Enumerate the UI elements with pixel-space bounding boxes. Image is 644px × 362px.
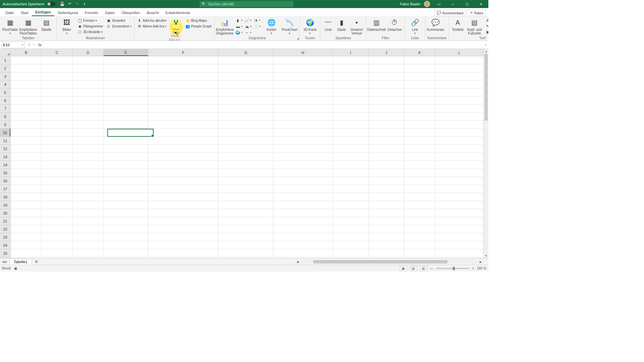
- cell-L19[interactable]: [435, 201, 484, 209]
- share-button[interactable]: ↗ Teilen: [467, 10, 486, 16]
- cell-B24[interactable]: [11, 241, 42, 249]
- cell-E18[interactable]: [104, 193, 148, 201]
- scroll-down-icon[interactable]: ▼: [484, 253, 488, 258]
- cell-B7[interactable]: [11, 105, 42, 113]
- cell-C23[interactable]: [42, 233, 72, 241]
- cell-F3[interactable]: [148, 72, 219, 80]
- cell-H19[interactable]: [273, 201, 333, 209]
- get-addins-button[interactable]: ⬇Add-Ins abrufen: [137, 18, 167, 23]
- cell-H22[interactable]: [273, 225, 333, 233]
- chart-scatter-button[interactable]: ⋮▾: [253, 24, 261, 29]
- cell-K8[interactable]: [404, 113, 435, 121]
- cell-H21[interactable]: [273, 217, 333, 225]
- pictures-button[interactable]: 🖼Bilder▾: [59, 17, 75, 36]
- cell-K5[interactable]: [404, 88, 435, 97]
- cell-G8[interactable]: [218, 113, 273, 121]
- column-header-D[interactable]: D: [73, 49, 104, 56]
- cell-J9[interactable]: [369, 121, 405, 129]
- cell-G4[interactable]: [218, 80, 273, 88]
- cell-H18[interactable]: [273, 193, 333, 201]
- row-header-16[interactable]: 16: [0, 177, 10, 185]
- cell-B25[interactable]: [11, 249, 42, 257]
- pivotchart-button[interactable]: 📉PivotChart▾: [281, 17, 298, 36]
- cell-B11[interactable]: [11, 137, 42, 145]
- cell-B8[interactable]: [11, 113, 42, 121]
- cell-J17[interactable]: [369, 185, 405, 193]
- cell-E1[interactable]: [104, 56, 148, 64]
- undo-icon[interactable]: ↶: [67, 2, 72, 6]
- view-pagelayout-button[interactable]: ▤: [410, 266, 417, 271]
- cell-J6[interactable]: [369, 97, 405, 105]
- row-header-13[interactable]: 13: [0, 153, 10, 161]
- cell-K21[interactable]: [404, 217, 435, 225]
- cell-B3[interactable]: [11, 72, 42, 80]
- cell-D9[interactable]: [73, 121, 104, 129]
- cell-I16[interactable]: [333, 177, 369, 185]
- cell-G23[interactable]: [218, 233, 273, 241]
- cell-K18[interactable]: [404, 193, 435, 201]
- cell-I17[interactable]: [333, 185, 369, 193]
- sheet-tab-1[interactable]: Tabelle1: [9, 259, 32, 264]
- cell-C3[interactable]: [42, 72, 72, 80]
- cell-E24[interactable]: [104, 241, 148, 249]
- cell-E21[interactable]: [104, 217, 148, 225]
- cell-B14[interactable]: [11, 161, 42, 169]
- cell-F11[interactable]: [148, 137, 219, 145]
- cell-E4[interactable]: [104, 80, 148, 88]
- column-header-F[interactable]: F: [148, 49, 219, 56]
- cell-K13[interactable]: [404, 153, 435, 161]
- cell-K20[interactable]: [404, 209, 435, 217]
- cell-I19[interactable]: [333, 201, 369, 209]
- cell-K15[interactable]: [404, 169, 435, 177]
- cell-K3[interactable]: [404, 72, 435, 80]
- cell-H13[interactable]: [273, 153, 333, 161]
- cell-H5[interactable]: [273, 88, 333, 97]
- tab-ueberpruefen[interactable]: Überprüfen: [118, 9, 143, 16]
- cell-L22[interactable]: [435, 225, 484, 233]
- cell-C22[interactable]: [42, 225, 72, 233]
- maps-button[interactable]: 🌐Karten▾: [263, 17, 279, 36]
- cell-K6[interactable]: [404, 97, 435, 105]
- cell-J16[interactable]: [369, 177, 405, 185]
- cell-I9[interactable]: [333, 121, 369, 129]
- sparkline-winloss-button[interactable]: ▪Gewinn/ Verlust: [349, 17, 364, 36]
- chart-line-button[interactable]: 📈▾: [244, 18, 252, 23]
- cell-D22[interactable]: [73, 225, 104, 233]
- cell-H9[interactable]: [273, 121, 333, 129]
- cell-F13[interactable]: [148, 153, 219, 161]
- cell-K9[interactable]: [404, 121, 435, 129]
- select-all-button[interactable]: [0, 49, 11, 56]
- cell-F14[interactable]: [148, 161, 219, 169]
- cell-J5[interactable]: [369, 88, 405, 97]
- cell-J1[interactable]: [369, 56, 405, 64]
- cell-D17[interactable]: [73, 185, 104, 193]
- slicer-button[interactable]: ▥Datenschnitt: [368, 17, 384, 36]
- shapes-button[interactable]: ◯Formen▾: [77, 18, 104, 23]
- cell-D23[interactable]: [73, 233, 104, 241]
- cell-G24[interactable]: [218, 241, 273, 249]
- tab-ansicht[interactable]: Ansicht: [143, 9, 162, 16]
- cell-C8[interactable]: [42, 113, 72, 121]
- cell-F5[interactable]: [148, 88, 219, 97]
- cell-J15[interactable]: [369, 169, 405, 177]
- cell-B17[interactable]: [11, 185, 42, 193]
- cell-B21[interactable]: [11, 217, 42, 225]
- cell-D16[interactable]: [73, 177, 104, 185]
- cell-K7[interactable]: [404, 105, 435, 113]
- cell-K11[interactable]: [404, 137, 435, 145]
- cell-H8[interactable]: [273, 113, 333, 121]
- cell-D7[interactable]: [73, 105, 104, 113]
- row-header-18[interactable]: 18: [0, 193, 10, 201]
- active-cell[interactable]: [107, 129, 154, 137]
- cell-J19[interactable]: [369, 201, 405, 209]
- cell-E25[interactable]: [104, 249, 148, 257]
- cell-I7[interactable]: [333, 105, 369, 113]
- comments-button[interactable]: 💬 Kommentare: [434, 10, 466, 16]
- cell-L2[interactable]: [435, 64, 484, 72]
- cell-E6[interactable]: [104, 97, 148, 105]
- cell-J18[interactable]: [369, 193, 405, 201]
- qat-dropdown-icon[interactable]: ▼: [82, 2, 87, 6]
- cell-H17[interactable]: [273, 185, 333, 193]
- scroll-up-icon[interactable]: ▲: [484, 49, 488, 54]
- cell-J8[interactable]: [369, 113, 405, 121]
